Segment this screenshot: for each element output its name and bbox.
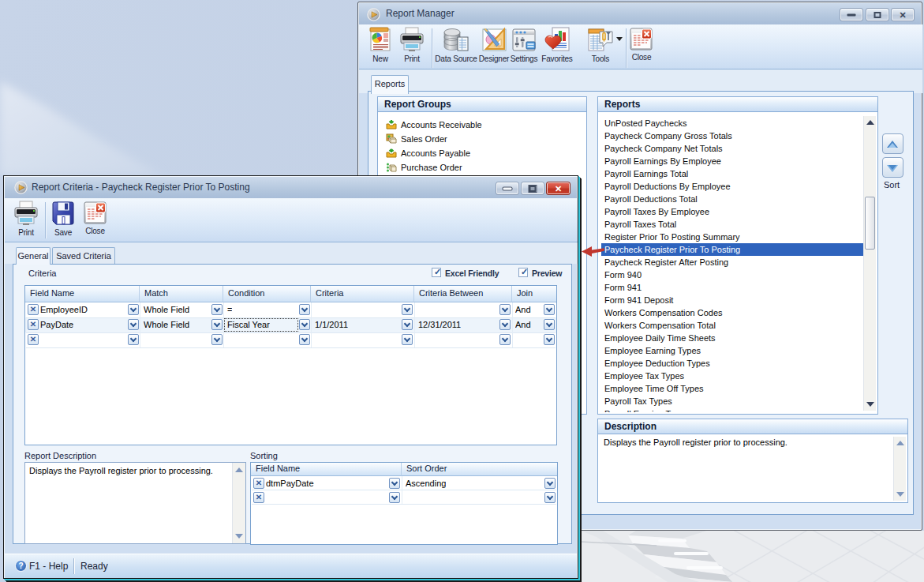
svg-text:?: ?	[18, 561, 23, 570]
